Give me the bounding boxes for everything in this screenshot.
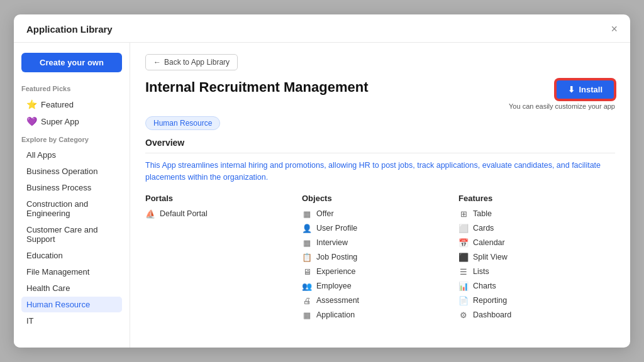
interview-icon: ▦	[302, 238, 312, 248]
object-application: ▦ Application	[302, 310, 458, 320]
object-job-posting: 📋 Job Posting	[302, 253, 458, 262]
arrow-left-icon: ←	[153, 58, 161, 67]
install-button[interactable]: ⬇ Install	[555, 79, 615, 100]
sidebar-item-education[interactable]: Education	[21, 248, 122, 263]
feature-split-view: ⬛ Split View	[458, 253, 615, 262]
modal-header: Application Library ×	[14, 14, 630, 43]
download-icon: ⬇	[568, 85, 575, 94]
split-view-icon: ⬛	[458, 253, 469, 262]
offer-icon: ▦	[302, 209, 312, 219]
sidebar-item-health-care[interactable]: Health Care	[21, 280, 122, 296]
object-user-profile: 👤 User Profile	[302, 224, 458, 233]
featured-section-label: Featured Picks	[21, 85, 122, 92]
portals-column-header: Portals	[145, 194, 302, 203]
employee-icon: 👥	[302, 282, 312, 291]
superapp-icon: 💜	[26, 116, 37, 126]
main-content: ← Back to App Library Internal Recruitme…	[130, 43, 630, 348]
portal-icon: ⛵	[145, 209, 155, 219]
sidebar-item-it[interactable]: IT	[21, 313, 122, 329]
experience-icon: 🖥	[302, 267, 312, 277]
feature-lists: ☰ Lists	[458, 267, 615, 277]
sidebar-item-featured[interactable]: ⭐ Featured	[21, 96, 122, 112]
explore-section-label: Explore by Category	[21, 136, 122, 143]
features-column: Features ⊞ Table ⬜ Cards 📅 Calendar	[458, 194, 615, 325]
overview-divider	[145, 153, 615, 153]
application-icon: ▦	[302, 310, 312, 320]
back-to-app-library-button[interactable]: ← Back to App Library	[145, 54, 238, 70]
app-header-row: Internal Recruitment Management ⬇ Instal…	[145, 79, 615, 110]
application-library-modal: Application Library × Create your own Fe…	[14, 14, 630, 348]
dashboard-icon: ⚙	[458, 310, 469, 320]
portals-column: Portals ⛵ Default Portal	[145, 194, 302, 325]
feature-dashboard: ⚙ Dashboard	[458, 310, 615, 320]
object-employee: 👥 Employee	[302, 282, 458, 291]
objects-column-header: Objects	[302, 194, 458, 203]
install-area: ⬇ Install You can easily customize your …	[509, 79, 615, 110]
table-icon: ⊞	[458, 209, 469, 219]
sidebar: Create your own Featured Picks ⭐ Feature…	[14, 43, 130, 348]
app-title: Internal Recruitment Management	[145, 79, 369, 96]
feature-table: ⊞ Table	[458, 209, 615, 219]
sidebar-item-business-operation[interactable]: Business Operation	[21, 163, 122, 179]
reporting-icon: 📄	[458, 296, 469, 305]
cards-icon: ⬜	[458, 224, 469, 233]
feature-charts: 📊 Charts	[458, 282, 615, 291]
sidebar-item-all-apps[interactable]: All Apps	[21, 147, 122, 163]
charts-icon: 📊	[458, 282, 469, 291]
assessment-icon: 🖨	[302, 296, 312, 305]
modal-title: Application Library	[26, 24, 113, 35]
portal-default: ⛵ Default Portal	[145, 209, 302, 219]
sidebar-item-business-process[interactable]: Business Process	[21, 180, 122, 195]
feature-calendar: 📅 Calendar	[458, 238, 615, 248]
objects-column: Objects ▦ Offer 👤 User Profile ▦ Intervi…	[302, 194, 458, 325]
sidebar-item-file-management[interactable]: File Management	[21, 264, 122, 280]
calendar-icon: 📅	[458, 238, 469, 248]
object-assessment: 🖨 Assessment	[302, 296, 458, 305]
app-details-columns: Portals ⛵ Default Portal Objects ▦ Offer	[145, 194, 615, 325]
install-customize-text: You can easily customize your app	[509, 102, 615, 110]
overview-description: This App streamlines internal hiring and…	[145, 160, 615, 184]
feature-cards: ⬜ Cards	[458, 224, 615, 233]
human-resource-tag: Human Resource	[145, 116, 220, 130]
object-offer: ▦ Offer	[302, 209, 458, 219]
user-icon: 👤	[302, 224, 312, 233]
modal-body: Create your own Featured Picks ⭐ Feature…	[14, 43, 630, 348]
feature-reporting: 📄 Reporting	[458, 296, 615, 305]
lists-icon: ☰	[458, 267, 469, 277]
sidebar-item-human-resource[interactable]: Human Resource	[21, 297, 122, 312]
job-posting-icon: 📋	[302, 253, 312, 262]
features-column-header: Features	[458, 194, 615, 203]
sidebar-item-construction[interactable]: Construction and Engineering	[21, 196, 122, 221]
sidebar-item-customer-care[interactable]: Customer Care and Support	[21, 222, 122, 247]
object-interview: ▦ Interview	[302, 238, 458, 248]
create-your-own-button[interactable]: Create your own	[21, 53, 122, 72]
object-experience: 🖥 Experience	[302, 267, 458, 277]
overview-section-title: Overview	[145, 138, 615, 148]
close-button[interactable]: ×	[611, 23, 618, 35]
sidebar-item-super-app[interactable]: 💜 Super App	[21, 113, 122, 129]
star-icon: ⭐	[26, 99, 37, 109]
